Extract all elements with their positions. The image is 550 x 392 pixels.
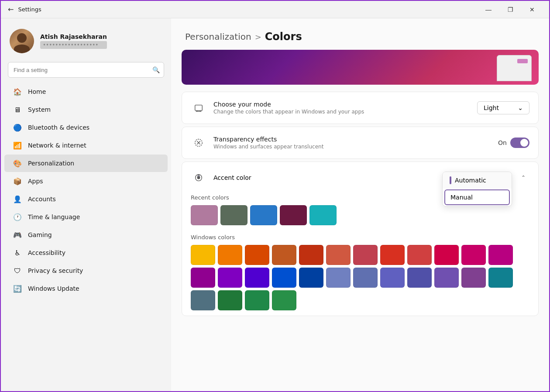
system-label: System bbox=[28, 106, 51, 113]
windows-color-swatch-13[interactable] bbox=[218, 268, 242, 288]
recent-color-swatch-2[interactable] bbox=[250, 205, 277, 225]
bluetooth-label: Bluetooth & devices bbox=[28, 124, 89, 131]
windows-color-swatch-0[interactable] bbox=[191, 245, 215, 265]
accounts-label: Accounts bbox=[28, 196, 56, 203]
sidebar-item-system[interactable]: 🖥 System bbox=[4, 101, 168, 118]
windows-color-swatch-5[interactable] bbox=[326, 245, 351, 265]
accent-option-automatic[interactable]: Automatic bbox=[443, 172, 512, 189]
windows-color-swatch-24[interactable] bbox=[191, 290, 215, 310]
windows-color-swatch-7[interactable] bbox=[380, 245, 405, 265]
apps-label: Apps bbox=[28, 178, 43, 185]
theme-preview bbox=[182, 50, 539, 85]
windows-color-swatch-2[interactable] bbox=[245, 245, 269, 265]
app-body: Atish Rajasekharan •••••••••••••••••• 🔍 … bbox=[1, 18, 549, 392]
transparency-card: Transparency effects Windows and surface… bbox=[182, 127, 539, 159]
windows-color-swatch-15[interactable] bbox=[272, 268, 296, 288]
breadcrumb: Personalization > Colors bbox=[171, 18, 549, 50]
recent-color-swatch-4[interactable] bbox=[309, 205, 337, 225]
sidebar-item-time[interactable]: 🕐 Time & language bbox=[4, 208, 168, 226]
windows-color-swatch-11[interactable] bbox=[488, 245, 513, 265]
apps-icon: 📦 bbox=[13, 177, 22, 186]
search-input[interactable] bbox=[8, 62, 164, 78]
sidebar-item-home[interactable]: 🏠 Home bbox=[4, 83, 168, 100]
windows-color-swatch-25[interactable] bbox=[218, 290, 242, 310]
windows-color-swatch-1[interactable] bbox=[218, 245, 242, 265]
system-icon: 🖥 bbox=[13, 105, 22, 114]
windows-color-swatch-22[interactable] bbox=[461, 268, 486, 288]
windows-color-swatch-9[interactable] bbox=[434, 245, 459, 265]
mode-icon bbox=[191, 100, 206, 116]
windows-colors-section: Windows colors bbox=[191, 234, 529, 310]
choose-mode-control: Light ⌄ bbox=[477, 101, 529, 114]
recent-colors-grid bbox=[191, 205, 529, 225]
avatar-image bbox=[10, 29, 34, 53]
breadcrumb-separator: > bbox=[255, 32, 261, 41]
choose-mode-text: Choose your mode Change the colors that … bbox=[213, 101, 470, 115]
transparency-value: On bbox=[498, 139, 507, 146]
search-box: 🔍 bbox=[8, 62, 164, 78]
recent-color-swatch-3[interactable] bbox=[280, 205, 307, 225]
windows-color-swatch-12[interactable] bbox=[191, 268, 215, 288]
sidebar-item-personalization[interactable]: 🎨 Personalization bbox=[4, 155, 168, 172]
accent-option-manual[interactable]: Manual bbox=[444, 189, 510, 205]
maximize-button[interactable]: ❐ bbox=[500, 3, 520, 17]
windows-color-swatch-27[interactable] bbox=[272, 290, 296, 310]
sidebar-item-gaming[interactable]: 🎮 Gaming bbox=[4, 226, 168, 244]
update-label: Windows Update bbox=[28, 285, 79, 292]
windows-color-swatch-19[interactable] bbox=[380, 268, 405, 288]
bluetooth-icon: 🔵 bbox=[13, 123, 22, 132]
windows-color-swatch-14[interactable] bbox=[245, 268, 269, 288]
transparency-icon bbox=[191, 135, 206, 151]
transparency-control: On bbox=[498, 138, 529, 148]
window-title: Settings bbox=[18, 6, 41, 13]
sidebar-item-apps[interactable]: 📦 Apps bbox=[4, 172, 168, 190]
titlebar: ← Settings — ❐ ✕ bbox=[1, 1, 549, 18]
windows-color-swatch-26[interactable] bbox=[245, 290, 269, 310]
transparency-text: Transparency effects Windows and surface… bbox=[213, 136, 491, 150]
sidebar-item-accounts[interactable]: 👤 Accounts bbox=[4, 190, 168, 208]
sidebar-item-bluetooth[interactable]: 🔵 Bluetooth & devices bbox=[4, 119, 168, 136]
manual-label: Manual bbox=[450, 194, 473, 201]
sidebar-item-accessibility[interactable]: ♿ Accessibility bbox=[4, 244, 168, 261]
windows-color-swatch-3[interactable] bbox=[272, 245, 296, 265]
privacy-label: Privacy & security bbox=[28, 267, 83, 274]
accent-header: Accent color Automatic Manual bbox=[191, 170, 529, 186]
windows-color-swatch-8[interactable] bbox=[407, 245, 432, 265]
breadcrumb-parent[interactable]: Personalization bbox=[185, 31, 251, 42]
back-icon[interactable]: ← bbox=[8, 5, 14, 14]
windows-color-swatch-18[interactable] bbox=[353, 268, 378, 288]
minimize-button[interactable]: — bbox=[478, 3, 498, 17]
accent-dropdown-chevron-up[interactable]: ⌃ bbox=[517, 172, 529, 184]
home-icon: 🏠 bbox=[13, 87, 22, 96]
windows-color-swatch-4[interactable] bbox=[299, 245, 323, 265]
windows-color-swatch-21[interactable] bbox=[434, 268, 459, 288]
mode-dropdown-value: Light bbox=[484, 104, 499, 111]
accent-dropdown-area: Automatic Manual ⌃ bbox=[517, 172, 529, 184]
svg-rect-0 bbox=[195, 105, 203, 111]
sidebar-item-update[interactable]: 🔄 Windows Update bbox=[4, 280, 168, 297]
transparency-toggle[interactable] bbox=[510, 138, 529, 148]
close-button[interactable]: ✕ bbox=[522, 3, 542, 17]
accounts-icon: 👤 bbox=[13, 195, 22, 203]
time-icon: 🕐 bbox=[13, 213, 22, 221]
search-icon: 🔍 bbox=[152, 66, 160, 73]
choose-mode-card: Choose your mode Change the colors that … bbox=[182, 92, 539, 124]
windows-color-swatch-16[interactable] bbox=[299, 268, 323, 288]
sidebar-item-network[interactable]: 📶 Network & internet bbox=[4, 137, 168, 154]
time-label: Time & language bbox=[28, 213, 80, 220]
accent-icon bbox=[191, 170, 206, 186]
automatic-label: Automatic bbox=[455, 177, 486, 184]
privacy-icon: 🛡 bbox=[13, 266, 22, 275]
windows-color-swatch-23[interactable] bbox=[488, 268, 513, 288]
windows-color-swatch-6[interactable] bbox=[353, 245, 378, 265]
recent-color-swatch-0[interactable] bbox=[191, 205, 218, 225]
sidebar-item-privacy[interactable]: 🛡 Privacy & security bbox=[4, 262, 168, 279]
sidebar: Atish Rajasekharan •••••••••••••••••• 🔍 … bbox=[1, 18, 171, 392]
recent-color-swatch-1[interactable] bbox=[220, 205, 248, 225]
windows-color-swatch-10[interactable] bbox=[461, 245, 486, 265]
windows-color-swatch-17[interactable] bbox=[326, 268, 351, 288]
windows-color-swatch-20[interactable] bbox=[407, 268, 432, 288]
mode-dropdown[interactable]: Light ⌄ bbox=[477, 101, 529, 114]
transparency-row: Transparency effects Windows and surface… bbox=[182, 127, 538, 158]
avatar bbox=[10, 29, 34, 53]
